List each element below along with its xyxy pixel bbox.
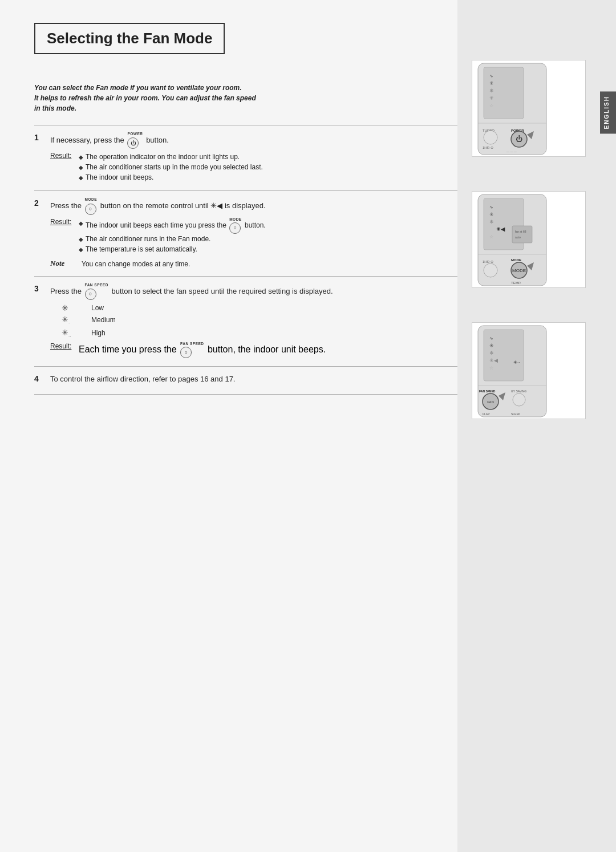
bullet-diamond-icon: ◆ (79, 153, 83, 161)
svg-text:∿: ∿ (489, 336, 493, 341)
divider-2 (34, 190, 519, 191)
step-2-mode-button-wrap: MODE ○ (85, 198, 98, 214)
divider-4 (34, 366, 519, 367)
step-1-text-after: button. (146, 136, 169, 144)
step-4-content: To control the airflow direction, refer … (50, 374, 519, 387)
divider-5 (34, 394, 519, 395)
svg-text:auto: auto (515, 236, 521, 239)
step-1-power-circle: ⏻ (127, 137, 139, 149)
intro-line1: You can select the Fan mode if you want … (34, 83, 519, 93)
step-3-result: Result: Each time you press the FAN SPEE… (50, 342, 519, 359)
svg-text:TEMP.: TEMP. (511, 281, 521, 285)
intro-text: You can select the Fan mode if you want … (34, 83, 519, 113)
image-1: ∿ ✳ ❄ ✳ ☆ TURBO POWER ⏻ (466, 57, 591, 160)
title-box: Selecting the Fan Mode (34, 23, 225, 54)
side-tab-label: ENGLISH (603, 96, 610, 129)
step-3-number: 3 (34, 284, 44, 293)
note-text: You can change modes at any time. (82, 259, 190, 269)
image-2: ∿ ✳ ❄ ✳◀ ☆ fan at 68 auto 1HR ⊙ MODE (466, 188, 591, 291)
svg-text:1HR ⊙: 1HR ⊙ (483, 146, 493, 149)
step-1-text-before: If necessary, press the (50, 136, 124, 144)
step-1-bullet-1: ◆ The operation indicator on the indoor … (79, 152, 519, 162)
svg-text:⏻: ⏻ (516, 135, 522, 143)
step-4-section: 4 To control the airflow direction, refe… (34, 374, 519, 387)
intro-line3: in this mode. (34, 103, 519, 113)
intro-line2: It helps to refresh the air in your room… (34, 93, 519, 103)
svg-text:∿: ∿ (489, 74, 493, 79)
step-3-fanspeed-circle: ○ (85, 289, 96, 300)
fan-icon-low: ✳ (62, 303, 84, 313)
step-1-power-label: POWER (127, 132, 143, 136)
step-4-number: 4 (34, 374, 44, 383)
svg-text:FLAP: FLAP (483, 412, 490, 416)
svg-text:✳··: ✳·· (513, 360, 520, 365)
step-3-result-text: Each time you press the FAN SPEED ○ butt… (79, 342, 519, 359)
svg-text:☆: ☆ (489, 366, 493, 371)
step-2-content: Press the MODE ○ button on the remote co… (50, 198, 519, 269)
step-3-result-fanspeed-wrap: FAN SPEED ○ (180, 342, 204, 359)
svg-rect-23 (512, 226, 532, 243)
step-3-result-label: Result: (50, 342, 76, 350)
step-3-result-text-before: Each time you press the (79, 344, 177, 354)
svg-point-9 (484, 131, 497, 144)
result-fanspeed-circle: ○ (180, 347, 192, 358)
fan-icon-high: ✳·· (62, 328, 84, 339)
step-2-section: 2 Press the MODE ○ button on the remote … (34, 198, 519, 269)
step-3-result-row: Result: Each time you press the FAN SPEE… (50, 342, 519, 359)
svg-point-47 (513, 393, 525, 406)
svg-text:MODE: MODE (511, 258, 521, 262)
svg-text:❄: ❄ (489, 350, 494, 356)
mode-circle-inline: ○ (229, 222, 241, 234)
image-3: ∿ ✳ ❄ ✳◀ ☆ ✳·· FAN SPEED FAN GY SAVING (466, 319, 591, 422)
mode-label-inline: MODE (229, 218, 242, 222)
step-1-bullet-3: ◆ The indoor unit beeps. (79, 172, 519, 182)
fan-speed-high: ✳·· High (62, 328, 519, 339)
note-label: Note (50, 259, 76, 268)
remote-image-1: ∿ ✳ ❄ ✳ ☆ TURBO POWER ⏻ (472, 60, 586, 157)
page-title: Selecting the Fan Mode (47, 30, 212, 47)
step-2-text-after: button on the remote control until ✳◀ is… (100, 201, 266, 210)
svg-text:☆: ☆ (489, 103, 493, 108)
svg-text:MODE: MODE (512, 268, 526, 273)
svg-text:✳: ✳ (489, 95, 494, 101)
step-1-result-row: Result: ◆ The operation indicator on the… (50, 152, 519, 182)
step-1-content: If necessary, press the POWER ⏻ button. … (50, 132, 519, 184)
step-1-bullet-2: ◆ The air conditioner starts up in the m… (79, 162, 519, 172)
svg-text:GY SAVING: GY SAVING (511, 390, 526, 393)
step-2-bullet-2: ◆ The air conditioner runs in the Fan mo… (79, 234, 519, 244)
svg-text:✳◀: ✳◀ (489, 358, 498, 363)
step-1-result-label: Result: (50, 152, 76, 160)
fan-icon-medium: ✳· (62, 315, 84, 326)
svg-text:∿: ∿ (489, 205, 493, 210)
step-3-fanspeed-label: FAN SPEED (85, 283, 108, 287)
svg-text:FAN SPEED: FAN SPEED (479, 390, 496, 393)
bullet-diamond-icon: ◆ (79, 245, 83, 254)
step-2-bullet-1: ◆ The indoor unit beeps each time you pr… (79, 218, 519, 234)
divider-3 (34, 276, 519, 277)
remote-image-3: ∿ ✳ ❄ ✳◀ ☆ ✳·· FAN SPEED FAN GY SAVING (472, 322, 586, 419)
svg-text:✳: ✳ (489, 343, 494, 348)
svg-text:fan at 68: fan at 68 (515, 230, 526, 233)
svg-text:❄: ❄ (489, 219, 494, 225)
step-1-result: Result: ◆ The operation indicator on the… (50, 152, 519, 182)
step-3-text-after: button to select the fan speed until the… (112, 287, 333, 295)
step-1-power-button-wrap: POWER ⏻ (127, 132, 143, 149)
step-2-result-label: Result: (50, 218, 76, 226)
bullet-diamond-icon: ◆ (79, 235, 83, 244)
right-panel: ∿ ✳ ❄ ✳ ☆ TURBO POWER ⏻ (457, 0, 600, 852)
step-1-bullets: ◆ The operation indicator on the indoor … (79, 152, 519, 182)
step-3-section: 3 Press the FAN SPEED ○ button to select… (34, 283, 519, 359)
step-2-result-row: Result: ◆ The indoor unit beeps each tim… (50, 218, 519, 254)
svg-text:✳: ✳ (489, 80, 494, 86)
step-1-number: 1 (34, 133, 44, 142)
step-2-result: Result: ◆ The indoor unit beeps each tim… (50, 218, 519, 254)
step-2-bullet-3: ◆ The temperature is set automatically. (79, 244, 519, 254)
svg-text:— — —: — — — (506, 150, 517, 153)
step-4-main-text: To control the airflow direction, refer … (50, 374, 519, 385)
svg-text:1HR ⊙: 1HR ⊙ (483, 260, 493, 263)
step-3-text-before: Press the (50, 287, 82, 295)
svg-text:✳: ✳ (489, 212, 494, 217)
remote-image-2: ∿ ✳ ❄ ✳◀ ☆ fan at 68 auto 1HR ⊙ MODE (472, 191, 586, 288)
step-3-result-text-after: button, the indoor unit beeps. (208, 344, 326, 354)
step-3-content: Press the FAN SPEED ○ button to select t… (50, 283, 519, 359)
